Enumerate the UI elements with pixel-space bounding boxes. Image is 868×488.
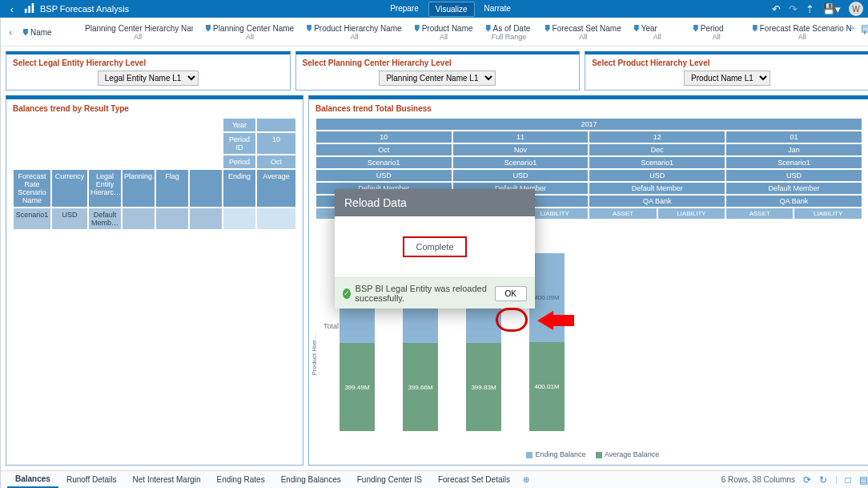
selector-product: Select Product Hierarchy Level Product N… xyxy=(585,51,868,91)
ok-button[interactable]: OK xyxy=(495,286,527,301)
header-actions: ↶ ↷ ⇡ 💾▾ W xyxy=(772,2,863,16)
svg-rect-1 xyxy=(28,6,30,13)
legal-entity-level-select[interactable]: Legal Entity Name L1 xyxy=(98,71,199,86)
annotation-arrow xyxy=(537,311,576,330)
selector-legal-entity: Select Legal Entity Hierarchy Level Lega… xyxy=(6,51,291,91)
scroll-left-icon[interactable]: ‹ xyxy=(6,20,15,44)
canvas-tab[interactable]: Runoff Details xyxy=(58,472,125,487)
filter-bar: ‹ Name Planning Center Hierarchy NameAll… xyxy=(1,18,868,46)
chart-legend: Ending Balance Average Balance xyxy=(315,447,862,462)
planning-center-level-select[interactable]: Planning Center Name L1 xyxy=(379,71,496,86)
app-header: ‹ BSP Forecast Analysis Prepare Visualiz… xyxy=(0,0,868,18)
dialog-message: BSP BI Legal Entity was reloaded success… xyxy=(356,284,490,303)
canvas-tab[interactable]: Net Interest Margin xyxy=(125,472,209,487)
canvas-tab[interactable]: Ending Balances xyxy=(273,472,349,487)
avatar[interactable]: W xyxy=(849,2,863,16)
viz-title: Balances trend by Result Type xyxy=(13,103,296,118)
project-title: BSP Forecast Analysis xyxy=(24,2,129,15)
share-icon[interactable]: ⇡ xyxy=(806,3,814,15)
filter-bar-menu-icon[interactable]: ▤ xyxy=(861,22,868,34)
add-canvas-icon[interactable]: ⊕ xyxy=(518,472,534,487)
selector-planning-center: Select Planning Center Hierarchy Level P… xyxy=(295,51,581,91)
canvas-tab[interactable]: Balances xyxy=(7,471,58,488)
canvas-tab[interactable]: Funding Center IS xyxy=(349,472,430,487)
row-col-count: 6 Rows, 38 Columns xyxy=(721,475,795,484)
canvas-tabs: Balances Runoff Details Net Interest Mar… xyxy=(1,470,868,488)
redo-icon[interactable]: ↷ xyxy=(789,3,798,15)
project-title-text: BSP Forecast Analysis xyxy=(40,4,129,14)
canvas: ‹ Name Planning Center Hierarchy NameAll… xyxy=(1,18,868,488)
canvas-tab[interactable]: Ending Rates xyxy=(209,472,273,487)
layout-single-icon[interactable]: □ xyxy=(846,474,851,486)
success-icon: ✓ xyxy=(343,288,351,299)
mode-tabs: Prepare Visualize Narrate xyxy=(384,2,517,17)
mode-narrate[interactable]: Narrate xyxy=(478,2,517,17)
reload-data-dialog: Reload Data Complete ✓ BSP BI Legal Enti… xyxy=(335,189,535,309)
svg-rect-0 xyxy=(25,9,27,13)
mode-prepare[interactable]: Prepare xyxy=(384,2,425,17)
refresh-icon[interactable]: ⟳ xyxy=(803,474,811,486)
filter-pin[interactable]: Product Hierarchy NameAll xyxy=(302,20,406,44)
viz-title: Balances trend Total Business xyxy=(315,103,862,118)
y-axis-label: Product Hier… xyxy=(311,333,318,375)
add-filter-icon[interactable]: ⤑ xyxy=(846,22,854,34)
back-button[interactable]: ‹ xyxy=(5,3,19,15)
dialog-status: Complete xyxy=(403,236,466,257)
product-level-select[interactable]: Product Name L1 xyxy=(684,71,770,86)
save-icon[interactable]: 💾▾ xyxy=(822,3,841,15)
filter-pin[interactable]: Planning Center NameAll xyxy=(201,20,299,44)
filter-pin[interactable]: Planning Center Hierarchy NameAll xyxy=(78,20,198,44)
legend-swatch xyxy=(526,452,532,458)
filter-pin[interactable]: Name xyxy=(18,20,74,44)
viz-balances-by-result-type[interactable]: Balances trend by Result Type Year Perio… xyxy=(6,95,303,466)
filter-pin[interactable]: PeriodAll xyxy=(689,20,745,44)
legend-swatch xyxy=(596,452,602,458)
mode-visualize[interactable]: Visualize xyxy=(428,2,475,17)
svg-rect-2 xyxy=(32,3,34,13)
filter-pin[interactable]: Forecast Rate Scenario NAll xyxy=(748,20,857,44)
filter-pin[interactable]: YearAll xyxy=(629,20,685,44)
dialog-title: Reload Data xyxy=(335,189,535,216)
filter-pin[interactable]: Product NameAll xyxy=(410,20,478,44)
annotation-ring xyxy=(496,308,528,332)
canvas-tab[interactable]: Forecast Set Details xyxy=(430,472,518,487)
filter-pin[interactable]: As of DateFull Range xyxy=(481,20,537,44)
layout-split-icon[interactable]: ▤ xyxy=(859,474,868,486)
filter-pin[interactable]: Forecast Set NameAll xyxy=(540,20,626,44)
pivot-header: Year Period ID10 PeriodOct Forecast Rate… xyxy=(13,118,296,230)
chart-icon xyxy=(24,2,35,15)
auto-refresh-icon[interactable]: ↻ xyxy=(819,474,827,486)
undo-icon[interactable]: ↶ xyxy=(772,3,781,15)
level-selectors: Select Legal Entity Hierarchy Level Lega… xyxy=(1,46,868,95)
